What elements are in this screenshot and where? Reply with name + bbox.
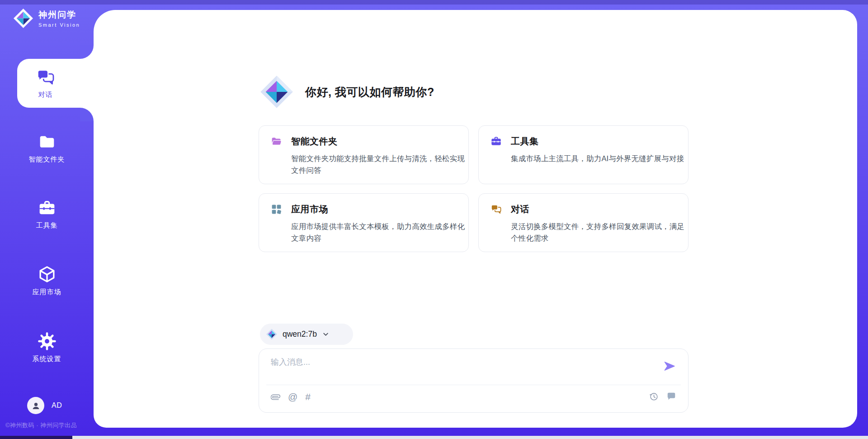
- user-initials: AD: [52, 401, 62, 410]
- send-button[interactable]: [663, 359, 676, 373]
- card-description: 应用市场提供丰富长文本模板，助力高效生成多样化文章内容: [291, 220, 468, 244]
- sidebar: 神州问学 Smart Vision 对话 智能文件夹: [0, 0, 94, 439]
- card-description: 集成市场上主流工具，助力AI与外界无缝扩展与对接: [511, 153, 688, 164]
- diamond-gem-icon: [266, 328, 278, 340]
- card-description: 灵活切换多模型文件，支持多样回复效果调试，满足个性化需求: [511, 220, 688, 244]
- briefcase-icon: [491, 136, 502, 147]
- sidebar-item-label: 系统设置: [33, 355, 61, 363]
- mention-icon[interactable]: @: [288, 391, 297, 402]
- attachment-icon[interactable]: [271, 392, 280, 402]
- bottom-edge: [0, 436, 868, 439]
- message-input[interactable]: [271, 357, 656, 382]
- sidebar-item-chat[interactable]: 对话: [17, 59, 103, 108]
- card-chat[interactable]: 对话 灵活切换多模型文件，支持多样回复效果调试，满足个性化需求: [478, 193, 689, 252]
- bottom-scrollbar-track[interactable]: [72, 436, 868, 439]
- sidebar-item-label: 智能文件夹: [29, 155, 65, 164]
- card-smart-folder[interactable]: 智能文件夹 智能文件夹功能支持批量文件上传与清洗，轻松实现文件问答: [259, 125, 469, 184]
- composer-divider: [266, 385, 681, 385]
- bottom-edge-dark: [0, 436, 72, 439]
- sidebar-item-label: 应用市场: [33, 288, 61, 296]
- card-description: 智能文件夹功能支持批量文件上传与清洗，轻松实现文件问答: [291, 153, 468, 176]
- folder-open-icon: [271, 136, 282, 147]
- user-profile: AD: [27, 397, 62, 414]
- send-icon: [663, 360, 676, 372]
- message-icon[interactable]: [666, 391, 676, 401]
- person-icon: [31, 401, 41, 411]
- top-edge-strip: [0, 0, 868, 5]
- card-app-market[interactable]: 应用市场 应用市场提供丰富长文本模板，助力高效生成多样化文章内容: [259, 193, 469, 252]
- cube-icon: [38, 265, 57, 284]
- chevron-down-icon: [322, 330, 330, 338]
- tab-curve-bottom: [80, 108, 94, 121]
- avatar[interactable]: [27, 397, 44, 414]
- model-name: qwen2:7b: [283, 329, 317, 339]
- card-title: 对话: [511, 203, 529, 215]
- sidebar-item-label: 对话: [38, 91, 53, 99]
- sidebar-item-toolset[interactable]: 工具集: [0, 199, 94, 230]
- app-window: 你好, 我可以如何帮助你? 智能文件夹 智能文件夹功能支持批量文件上传与清洗，轻…: [0, 0, 868, 439]
- diamond-gem-icon: [13, 7, 34, 29]
- composer-left-tools: @ #: [271, 391, 311, 402]
- card-title: 工具集: [511, 135, 539, 148]
- brand-subtitle: Smart Vision: [38, 22, 80, 28]
- card-toolset[interactable]: 工具集 集成市场上主流工具，助力AI与外界无缝扩展与对接: [478, 125, 689, 184]
- sidebar-item-smart-folder[interactable]: 智能文件夹: [0, 133, 94, 164]
- folder-icon: [38, 133, 57, 151]
- history-icon[interactable]: [649, 391, 659, 401]
- main-content: 你好, 我可以如何帮助你? 智能文件夹 智能文件夹功能支持批量文件上传与清洗，轻…: [94, 10, 857, 428]
- brand-diamond-icon: [259, 73, 294, 110]
- message-composer: @ #: [259, 348, 689, 413]
- chat-bubbles-icon: [491, 204, 502, 215]
- sidebar-item-settings[interactable]: 系统设置: [0, 332, 94, 363]
- model-selector[interactable]: qwen2:7b: [260, 324, 353, 345]
- gear-icon: [38, 332, 57, 351]
- copyright-note: ©神州数码 · 神州问学出品: [5, 421, 77, 429]
- tab-curve-top: [80, 45, 94, 59]
- card-title: 智能文件夹: [291, 135, 338, 148]
- card-title: 应用市场: [291, 203, 328, 215]
- feature-cards: 智能文件夹 智能文件夹功能支持批量文件上传与清洗，轻松实现文件问答 工具集 集成…: [259, 125, 689, 252]
- app-grid-icon: [271, 204, 282, 215]
- greeting-text: 你好, 我可以如何帮助你?: [305, 85, 434, 100]
- hashtag-icon[interactable]: #: [305, 391, 311, 402]
- sidebar-item-label: 工具集: [36, 221, 58, 230]
- composer-right-tools: [649, 391, 676, 401]
- brand-logo: 神州问学 Smart Vision: [13, 7, 80, 29]
- greeting-block: 你好, 我可以如何帮助你?: [259, 73, 434, 110]
- chat-bubbles-icon: [36, 68, 55, 87]
- brand-name: 神州问学: [38, 9, 80, 21]
- sidebar-item-app-market[interactable]: 应用市场: [0, 265, 94, 296]
- briefcase-icon: [38, 199, 57, 217]
